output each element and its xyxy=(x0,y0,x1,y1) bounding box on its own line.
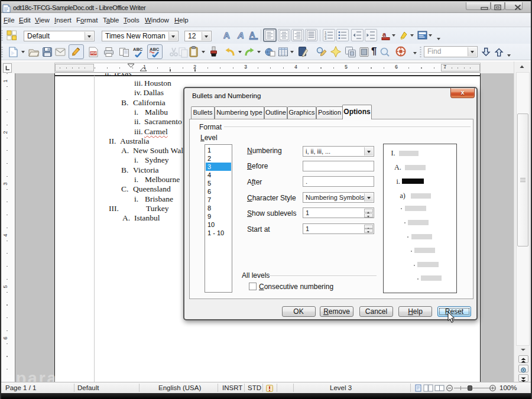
svg-text:ABC: ABC xyxy=(133,47,143,52)
svg-text:A: A xyxy=(223,30,230,40)
svg-text:A: A xyxy=(237,30,244,40)
svg-text:A: A xyxy=(249,30,255,39)
svg-text:3: 3 xyxy=(325,37,327,40)
svg-text:a: a xyxy=(382,31,387,38)
svg-text:PDF: PDF xyxy=(90,51,98,55)
svg-text:ABC: ABC xyxy=(150,47,160,52)
